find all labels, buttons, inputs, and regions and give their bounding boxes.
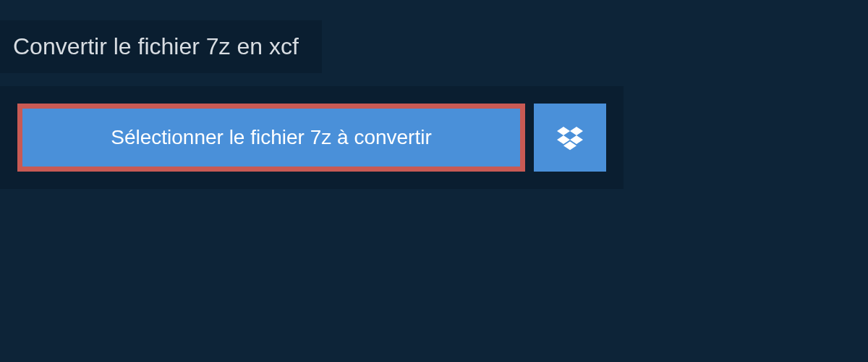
- select-file-button-label: Sélectionner le fichier 7z à convertir: [111, 126, 432, 149]
- header-tab: Convertir le fichier 7z en xcf: [0, 20, 322, 73]
- dropbox-button[interactable]: [534, 104, 606, 172]
- dropbox-icon: [557, 125, 583, 151]
- upload-panel: Sélectionner le fichier 7z à convertir: [0, 86, 624, 189]
- page-title: Convertir le fichier 7z en xcf: [13, 33, 299, 59]
- select-file-button[interactable]: Sélectionner le fichier 7z à convertir: [17, 104, 525, 172]
